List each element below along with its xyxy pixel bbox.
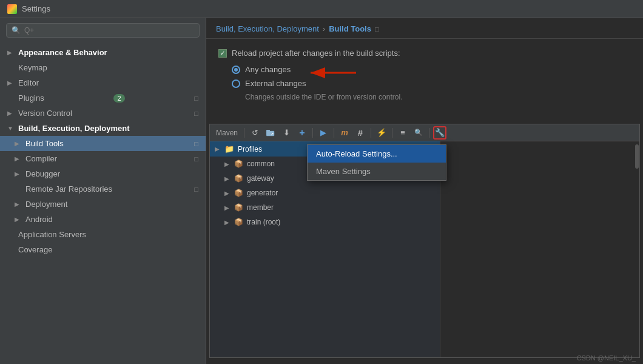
tree-arrow: ▶ bbox=[224, 190, 231, 197]
radio-label-any: Any changes bbox=[245, 65, 291, 74]
sidebar-item-coverage[interactable]: Coverage bbox=[0, 242, 206, 257]
arrow-icon: ▶ bbox=[7, 79, 15, 86]
breadcrumb-separator: › bbox=[323, 24, 325, 33]
arrow-icon: ▶ bbox=[7, 49, 15, 56]
folder-btn[interactable]: ↗ bbox=[264, 126, 277, 140]
maven-label: Maven bbox=[214, 129, 240, 137]
sidebar-item-label: Deployment bbox=[25, 200, 67, 209]
sidebar-item-label: Version Control bbox=[18, 109, 72, 118]
maven-panel: Maven ↺ ↗ ⬇ + ▶ m bbox=[209, 124, 640, 358]
tree-arrow: ▶ bbox=[224, 219, 231, 226]
sidebar-item-debugger[interactable]: ▶ Debugger bbox=[0, 166, 206, 181]
wrench-dropdown: Auto-Reload Settings... Maven Settings bbox=[307, 144, 446, 181]
right-scrollbar[interactable] bbox=[635, 141, 639, 357]
radio-btn-external[interactable] bbox=[232, 79, 240, 88]
box-icon: □ bbox=[194, 140, 198, 147]
arrow-icon: ▶ bbox=[15, 155, 22, 162]
search-btn[interactable]: 🔍 bbox=[412, 126, 425, 140]
arrow-icon: ▶ bbox=[15, 170, 22, 177]
levels-btn[interactable]: ≡ bbox=[396, 126, 409, 140]
m-btn[interactable]: m bbox=[338, 126, 351, 140]
breadcrumb: Build, Execution, Deployment › Build Too… bbox=[206, 18, 643, 39]
box-icon: □ bbox=[194, 186, 198, 193]
sidebar-item-label: Android bbox=[25, 215, 53, 224]
radio-btn-any[interactable] bbox=[232, 66, 240, 74]
watermark: CSDN @NEIL_XU_ bbox=[577, 354, 636, 362]
svg-text:↗: ↗ bbox=[271, 132, 274, 136]
maven-right-area bbox=[440, 141, 639, 357]
sidebar-item-build-execution[interactable]: ▼ Build, Execution, Deployment bbox=[0, 121, 206, 136]
sidebar-item-app-servers[interactable]: Application Servers bbox=[0, 227, 206, 242]
toolbar-separator-2 bbox=[312, 128, 313, 138]
sidebar-item-label: Build Tools bbox=[25, 139, 64, 148]
sidebar-item-appearance[interactable]: ▶ Appearance & Behavior bbox=[0, 45, 206, 60]
sidebar-item-android[interactable]: ▶ Android bbox=[0, 212, 206, 227]
search-input[interactable] bbox=[24, 26, 194, 35]
sidebar-item-label: Application Servers bbox=[18, 230, 86, 239]
title-bar: Settings bbox=[0, 0, 643, 18]
sidebar-item-build-tools[interactable]: ▶ Build Tools □ bbox=[0, 136, 206, 151]
dropdown-item-maven-settings[interactable]: Maven Settings bbox=[308, 163, 446, 180]
breadcrumb-current[interactable]: Build Tools bbox=[329, 24, 371, 33]
search-icon: 🔍 bbox=[12, 26, 21, 35]
download-btn[interactable]: ⬇ bbox=[280, 126, 293, 140]
maven-toolbar: Maven ↺ ↗ ⬇ + ▶ m bbox=[210, 124, 639, 141]
radio-label-external: External changes bbox=[245, 79, 306, 88]
reload-setting-row: ✓ Reload project after changes in the bu… bbox=[218, 49, 631, 58]
toolbar-separator bbox=[244, 128, 244, 138]
content-area: Build, Execution, Deployment › Build Too… bbox=[206, 18, 643, 364]
tree-label: train (root) bbox=[247, 218, 280, 226]
reload-checkbox[interactable]: ✓ bbox=[218, 49, 227, 58]
toolbar-separator-4 bbox=[371, 128, 371, 138]
bolt-btn[interactable]: ⚡ bbox=[375, 126, 388, 140]
radio-external-changes[interactable]: External changes bbox=[232, 79, 631, 88]
tree-label: member bbox=[247, 203, 274, 212]
radio-group: Any changes bbox=[232, 65, 631, 101]
window-title: Settings bbox=[22, 4, 50, 13]
sidebar-item-label: Plugins bbox=[18, 93, 44, 103]
sidebar-item-version-control[interactable]: ▶ Version Control □ bbox=[0, 106, 206, 121]
dropdown-item-auto-reload[interactable]: Auto-Reload Settings... bbox=[308, 145, 446, 163]
arrow-icon: ▶ bbox=[7, 110, 15, 116]
tree-arrow: ▶ bbox=[224, 175, 231, 182]
arrow-icon: ▶ bbox=[15, 201, 22, 207]
check-mark: ✓ bbox=[220, 50, 225, 56]
tree-label: generator bbox=[247, 189, 278, 197]
tree-label: Profiles bbox=[238, 145, 262, 153]
app-icon bbox=[7, 4, 17, 14]
toolbar-separator-6 bbox=[429, 128, 429, 138]
sidebar-item-deployment[interactable]: ▶ Deployment bbox=[0, 197, 206, 212]
annotation-arrow bbox=[305, 62, 359, 86]
arrow-icon: ▼ bbox=[7, 125, 15, 132]
box-icon: □ bbox=[194, 110, 198, 117]
tree-label: common bbox=[247, 160, 275, 168]
tree-icon-common: 📦 bbox=[234, 160, 243, 168]
sidebar-item-label: Coverage bbox=[18, 245, 52, 254]
search-box[interactable]: 🔍 bbox=[6, 23, 200, 38]
svg-rect-3 bbox=[266, 130, 270, 132]
radio-any-changes[interactable]: Any changes bbox=[232, 65, 631, 74]
refresh-btn[interactable]: ↺ bbox=[248, 126, 261, 140]
sidebar-item-editor[interactable]: ▶ Editor bbox=[0, 75, 206, 90]
run-btn[interactable]: ▶ bbox=[317, 126, 330, 140]
breadcrumb-parent[interactable]: Build, Execution, Deployment bbox=[216, 24, 319, 33]
sidebar-item-keymap[interactable]: Keymap bbox=[0, 60, 206, 75]
sidebar-item-compiler[interactable]: ▶ Compiler □ bbox=[0, 151, 206, 166]
sidebar-item-label: Compiler bbox=[25, 154, 57, 163]
tree-item-train[interactable]: ▶ 📦 train (root) bbox=[210, 215, 440, 229]
wrench-btn[interactable]: 🔧 bbox=[433, 126, 446, 140]
tree-item-generator[interactable]: ▶ 📦 generator bbox=[210, 186, 440, 200]
sidebar-item-remote-jar[interactable]: Remote Jar Repositories □ bbox=[0, 181, 206, 197]
sidebar-item-label: Keymap bbox=[18, 63, 47, 72]
hash-btn[interactable]: # bbox=[354, 126, 367, 140]
tree-arrow: ▶ bbox=[215, 146, 221, 152]
tree-icon-profiles: 📁 bbox=[224, 144, 234, 153]
settings-body: ✓ Reload project after changes in the bu… bbox=[206, 39, 643, 364]
sidebar-item-label: Remote Jar Repositories bbox=[25, 184, 112, 194]
add-btn[interactable]: + bbox=[295, 126, 309, 140]
sidebar-item-plugins[interactable]: Plugins 2 □ bbox=[0, 90, 206, 106]
main-container: 🔍 ▶ Appearance & Behavior Keymap ▶ Edito… bbox=[0, 18, 643, 364]
sidebar-item-label: Debugger bbox=[25, 169, 60, 178]
arrow-icon: ▶ bbox=[15, 216, 22, 223]
tree-item-member[interactable]: ▶ 📦 member bbox=[210, 200, 440, 215]
